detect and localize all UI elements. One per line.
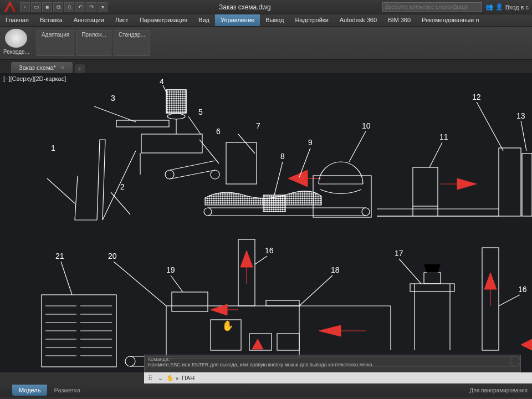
tab-home[interactable]: Главная <box>0 14 34 26</box>
command-bar: ⠿ ⌄ ✋ ▸ <box>144 372 532 383</box>
svg-line-81 <box>171 275 183 292</box>
svg-line-75 <box>61 262 72 295</box>
rack-slats <box>45 306 112 356</box>
svg-text:17: 17 <box>395 249 403 258</box>
svg-line-22 <box>170 170 215 179</box>
document-title: Заказ схема.dwg <box>108 3 382 11</box>
tab-a360[interactable]: Autodesk 360 <box>334 14 382 26</box>
command-label: Команда: <box>148 356 517 362</box>
help-search-input[interactable] <box>382 2 482 12</box>
svg-rect-103 <box>424 273 441 284</box>
close-icon[interactable]: ✕ <box>60 65 65 70</box>
svg-text:10: 10 <box>362 121 371 130</box>
people-icon: 👥 <box>485 3 493 11</box>
signin-area[interactable]: 👥 👤 Вход в с <box>485 3 529 11</box>
svg-marker-35 <box>288 170 308 187</box>
status-text: Для панорамирования <box>469 387 532 393</box>
recorder-button[interactable] <box>5 29 27 48</box>
svg-point-29 <box>204 208 212 216</box>
svg-line-42 <box>349 131 366 162</box>
svg-rect-28 <box>263 195 285 212</box>
tab-manage[interactable]: Управление <box>215 14 260 26</box>
svg-text:8: 8 <box>280 152 285 161</box>
file-tab[interactable]: Заказ схема* ✕ <box>11 62 73 73</box>
ribbon-btn-customize[interactable]: Адаптация <box>37 30 74 56</box>
svg-rect-77 <box>172 292 208 311</box>
svg-point-20 <box>211 170 219 179</box>
svg-rect-54 <box>522 154 532 216</box>
drawing-canvas[interactable]: [−][Сверху][2D-каркас] 1 2 3 4 5 6 7 <box>0 73 532 372</box>
tab-sheet[interactable]: Лист <box>110 14 134 26</box>
svg-text:19: 19 <box>166 265 175 274</box>
pan-cursor-icon: ✋ <box>222 320 234 332</box>
svg-text:5: 5 <box>198 108 203 116</box>
save-icon[interactable]: ■ <box>42 2 52 12</box>
svg-marker-83 <box>241 250 253 267</box>
qat-dropdown-icon[interactable]: ▾ <box>98 2 108 12</box>
svg-text:2: 2 <box>120 182 125 191</box>
ribbon-btn-standards[interactable]: Стандар... <box>114 30 150 56</box>
tab-annotate[interactable]: Аннотации <box>68 14 110 26</box>
svg-line-15 <box>188 116 201 134</box>
svg-rect-14 <box>141 134 202 153</box>
model-tab[interactable]: Модель <box>12 385 47 396</box>
cmd-close-icon[interactable]: ⠿ <box>146 374 154 382</box>
svg-line-0 <box>47 178 75 203</box>
ribbon-tabs: Главная Вставка Аннотации Лист Параметри… <box>0 14 532 27</box>
svg-point-19 <box>165 170 174 179</box>
svg-line-34 <box>274 162 283 195</box>
svg-line-58 <box>521 121 526 151</box>
ribbon-panel: Рекорде... Адаптация Прилож... Стандар..… <box>0 27 532 60</box>
new-tab-button[interactable]: + <box>75 64 85 73</box>
svg-marker-108 <box>484 273 497 289</box>
undo-icon[interactable]: ↶ <box>75 2 85 12</box>
new-icon[interactable]: ▫ <box>20 2 30 12</box>
svg-text:3: 3 <box>111 94 115 103</box>
svg-line-111 <box>499 295 520 306</box>
svg-point-10 <box>167 114 185 119</box>
svg-line-21 <box>170 161 215 170</box>
tab-addins[interactable]: Надстройки <box>289 14 334 26</box>
svg-text:1: 1 <box>51 144 55 152</box>
open-icon[interactable]: ▭ <box>31 2 41 12</box>
svg-rect-53 <box>499 148 521 216</box>
tab-view[interactable]: Вид <box>193 14 215 26</box>
redo-icon[interactable]: ↷ <box>86 2 96 12</box>
svg-marker-98 <box>319 325 341 336</box>
ribbon-btn-apps[interactable]: Прилож... <box>76 30 111 56</box>
svg-line-106 <box>399 259 421 284</box>
title-bar: ▫ ▭ ■ ⧉ ⎙ ↶ ↷ ▾ Заказ схема.dwg 👥 👤 Вход… <box>0 0 532 14</box>
ribbon-group-recorder: Рекорде... <box>0 27 33 59</box>
svg-line-56 <box>477 102 503 151</box>
print-icon[interactable]: ⎙ <box>64 2 74 12</box>
app-logo-icon[interactable] <box>3 1 17 14</box>
svg-line-50 <box>429 142 442 167</box>
svg-text:16: 16 <box>518 285 527 294</box>
svg-rect-25 <box>226 142 257 184</box>
svg-text:13: 13 <box>516 111 525 120</box>
svg-text:4: 4 <box>160 77 164 86</box>
svg-line-26 <box>238 134 255 154</box>
svg-rect-76 <box>166 306 299 359</box>
layout-tab[interactable]: Разметка <box>47 385 87 396</box>
drawing-content: 1 2 3 4 5 6 7 8 9 10 <box>0 73 532 372</box>
tab-parametric[interactable]: Параметризация <box>134 14 193 26</box>
command-line-history[interactable]: Команда: Нажмите ESC или ENTER для выход… <box>144 355 521 372</box>
svg-text:11: 11 <box>439 132 448 141</box>
svg-line-88 <box>255 256 267 264</box>
tab-insert[interactable]: Вставка <box>34 14 68 26</box>
svg-line-5 <box>94 106 136 122</box>
svg-line-95 <box>299 275 332 306</box>
tab-output[interactable]: Вывод <box>260 14 289 26</box>
status-bar: Модель Разметка Для панорамирования <box>0 383 532 397</box>
cmd-customize-icon[interactable]: ⌄ <box>156 374 164 382</box>
command-hint: Нажмите ESC или ENTER для выхода, или пр… <box>148 362 517 367</box>
file-tab-label: Заказ схема* <box>19 64 56 71</box>
svg-point-30 <box>362 208 370 216</box>
tab-bim360[interactable]: BIM 360 <box>382 14 416 26</box>
svg-marker-51 <box>457 178 477 190</box>
saveas-icon[interactable]: ⧉ <box>53 2 63 12</box>
command-input[interactable] <box>182 375 530 381</box>
tab-featured[interactable]: Рекомендованные п <box>416 14 484 26</box>
svg-rect-43 <box>413 167 438 206</box>
